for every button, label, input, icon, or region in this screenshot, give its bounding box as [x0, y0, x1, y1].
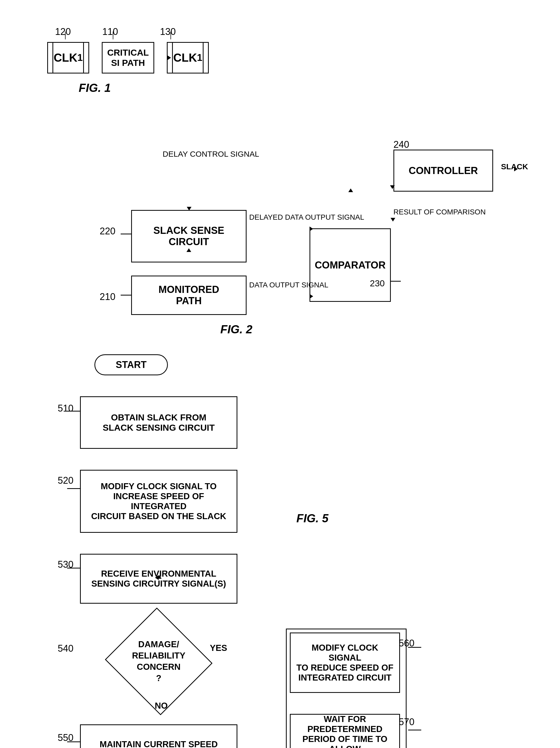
- fig1-label: FIG. 1: [79, 81, 111, 94]
- fig1-critical-path: CRITICALSI PATH: [102, 42, 154, 73]
- fig1-clk-left: CLK1: [47, 42, 89, 73]
- fig5-ref510: 510: [58, 403, 73, 414]
- fig1-ref120: 120: [55, 26, 71, 37]
- fig5-box560: MODIFY CLOCK SIGNALTO REDUCE SPEED OFINT…: [290, 632, 400, 693]
- fig2-ref210: 210: [100, 291, 115, 302]
- fig2-delay-control-label: DELAY CONTROL SIGNAL: [163, 149, 259, 159]
- fig5-box570: WAIT FOR PREDETERMINEDPERIOD OF TIME TO …: [290, 714, 400, 748]
- fig5-no-label: NO: [155, 701, 168, 711]
- fig2-ref220: 220: [100, 226, 115, 237]
- fig5-ref570: 570: [399, 717, 414, 727]
- fig5-box520: MODIFY CLOCK SIGNAL TOINCREASE SPEED OF …: [80, 470, 237, 533]
- fig5-box510: OBTAIN SLACK FROMSLACK SENSING CIRCUIT: [80, 396, 237, 449]
- fig2-diagram: CONTROLLER 240 SLACK DELAY CONTROL SIGNA…: [21, 123, 519, 338]
- fig2-result-label: RESULT OF COMPARISON: [393, 207, 486, 217]
- fig5-label: FIG. 5: [296, 512, 328, 525]
- fig5-yes-label: YES: [210, 643, 227, 653]
- fig2-slack-out: SLACK: [501, 162, 528, 171]
- fig5-start: START: [94, 354, 168, 375]
- fig2-delayed-data-label: DELAYED DATA OUTPUT SIGNAL: [249, 213, 364, 222]
- page: 120 110 130 CLK1 CRITICALSI PATH CLK1: [0, 0, 560, 748]
- fig1-ref110: 110: [102, 26, 118, 37]
- fig2-label: FIG. 2: [220, 323, 252, 336]
- fig2-data-output-label: DATA OUTPUT SIGNAL: [249, 281, 328, 289]
- fig1-ref130: 130: [160, 26, 176, 37]
- fig5-ref540: 540: [58, 643, 73, 654]
- fig2-comparator: COMPARATOR: [310, 228, 391, 302]
- fig2-ref240: 240: [393, 139, 409, 150]
- fig2-controller: CONTROLLER: [393, 149, 493, 192]
- fig1-clk-right: CLK1: [167, 42, 209, 73]
- fig5-ref520: 520: [58, 475, 73, 486]
- fig2-monitored-path: MONITOREDPATH: [131, 276, 247, 315]
- fig2-ref230: 230: [370, 278, 385, 288]
- fig1-diagram: 120 110 130 CLK1 CRITICALSI PATH CLK1: [42, 26, 225, 118]
